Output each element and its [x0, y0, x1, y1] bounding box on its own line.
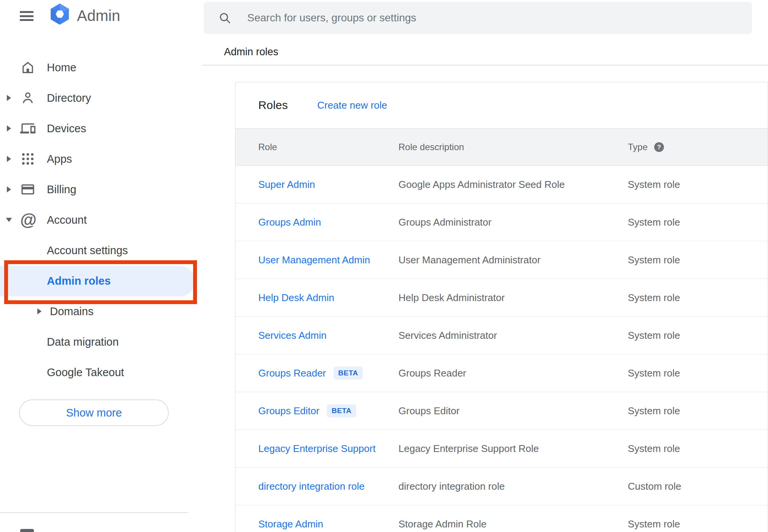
hamburger-menu-icon[interactable] — [20, 11, 34, 21]
role-link[interactable]: Groups Admin — [258, 216, 321, 228]
sidebar-divider — [0, 512, 188, 513]
sidebar-item-label: Billing — [47, 183, 76, 196]
sidebar-item-admin-roles[interactable]: Admin roles — [0, 266, 202, 296]
role-description: Google Apps Administrator Seed Role — [398, 179, 628, 191]
role-type: Custom role — [628, 481, 768, 492]
role-description: Storage Admin Role — [398, 518, 628, 530]
role-description: Legacy Enterprise Support Role — [398, 443, 628, 455]
column-role: Role — [258, 142, 398, 152]
sidebar-item-directory[interactable]: Directory — [0, 83, 202, 113]
role-link[interactable]: Help Desk Admin — [258, 292, 334, 304]
role-link[interactable]: Groups Editor — [258, 405, 319, 417]
expand-arrow-icon[interactable] — [37, 308, 42, 314]
sidebar-item-label: Directory — [47, 92, 91, 104]
table-row: Storage Admin Storage Admin Role System … — [235, 505, 768, 532]
table-row: Help Desk Admin Help Desk Administrator … — [235, 279, 768, 317]
sidebar: Admin Home Directory — [0, 0, 202, 532]
breadcrumb: Admin roles — [224, 46, 278, 58]
table-column-header: Role Role description Type ? — [235, 128, 768, 166]
table-row: Groups Admin Groups Administrator System… — [235, 204, 768, 241]
card-header: Roles Create new role — [235, 82, 768, 128]
column-type: Type — [628, 142, 648, 152]
sidebar-item-billing[interactable]: Billing — [0, 174, 202, 205]
role-link[interactable]: Legacy Enterprise Support — [258, 443, 376, 455]
role-description: Services Administrator — [398, 330, 628, 341]
role-link[interactable]: Storage Admin — [258, 518, 323, 530]
role-description: Help Desk Administrator — [398, 292, 628, 304]
role-description: User Management Administrator — [398, 254, 628, 266]
sidebar-item-label: Admin roles — [47, 275, 111, 287]
sidebar-item-data-migration[interactable]: Data migration — [0, 327, 202, 357]
person-icon — [20, 90, 35, 106]
sidebar-item-apps[interactable]: Apps — [0, 144, 202, 174]
table-row: Groups Editor BETA Groups Editor System … — [235, 392, 768, 430]
expand-arrow-icon[interactable] — [7, 95, 11, 101]
credit-card-icon — [20, 182, 35, 197]
clipped-sidebar-icon — [20, 529, 34, 532]
table-row: Groups Reader BETA Groups Reader System … — [235, 354, 768, 392]
table-row: Services Admin Services Administrator Sy… — [235, 317, 768, 354]
expand-arrow-icon[interactable] — [7, 156, 11, 162]
sidebar-item-label: Domains — [50, 305, 93, 318]
sidebar-item-label: Data migration — [47, 336, 119, 348]
sidebar-item-label: Devices — [47, 122, 86, 135]
expand-arrow-icon[interactable] — [7, 186, 11, 192]
sidebar-item-label: Apps — [47, 153, 72, 165]
search-bar[interactable] — [204, 2, 752, 34]
sidebar-item-devices[interactable]: Devices — [0, 113, 202, 144]
sidebar-item-home[interactable]: Home — [0, 52, 202, 83]
home-icon — [20, 60, 35, 75]
card-title: Roles — [258, 99, 288, 112]
role-description: Groups Administrator — [398, 216, 628, 228]
column-role-description: Role description — [398, 142, 628, 152]
sidebar-item-google-takeout[interactable]: Google Takeout — [0, 357, 202, 388]
beta-badge: BETA — [334, 367, 363, 380]
help-icon[interactable]: ? — [654, 142, 664, 152]
role-description: Groups Reader — [398, 367, 628, 379]
role-description: Groups Editor — [398, 405, 628, 417]
role-link[interactable]: User Management Admin — [258, 254, 370, 266]
search-input[interactable] — [246, 11, 752, 24]
sidebar-nav: Home Directory Devices — [0, 52, 202, 388]
table-row: Legacy Enterprise Support Legacy Enterpr… — [235, 430, 768, 468]
role-type: System role — [628, 179, 768, 191]
collapse-arrow-icon[interactable] — [6, 218, 12, 222]
sidebar-item-label: Account — [47, 214, 87, 226]
sidebar-item-label: Google Takeout — [47, 366, 124, 379]
app-title: Admin — [77, 7, 120, 24]
show-more-button[interactable]: Show more — [19, 399, 169, 426]
admin-logo-icon — [48, 2, 72, 26]
role-link[interactable]: Super Admin — [258, 179, 315, 191]
search-icon — [218, 11, 231, 24]
sidebar-item-account[interactable]: @ Account — [0, 205, 202, 235]
role-type: System role — [628, 216, 768, 228]
devices-icon — [20, 121, 35, 136]
table-row: Super Admin Google Apps Administrator Se… — [235, 166, 768, 204]
role-type: System role — [628, 254, 768, 266]
role-type: System role — [628, 443, 768, 455]
table-row: User Management Admin User Management Ad… — [235, 241, 768, 279]
roles-card: Roles Create new role Role Role descript… — [235, 82, 768, 532]
svg-text:?: ? — [657, 143, 661, 150]
sidebar-item-label: Account settings — [47, 244, 128, 257]
role-link[interactable]: directory integration role — [258, 481, 365, 492]
role-type: System role — [628, 518, 768, 530]
beta-badge: BETA — [327, 404, 356, 417]
sidebar-item-domains[interactable]: Domains — [0, 296, 202, 327]
at-sign-icon: @ — [20, 212, 35, 228]
role-description: directory integration role — [398, 481, 628, 492]
apps-grid-icon — [20, 151, 35, 167]
role-type: System role — [628, 330, 768, 341]
role-link[interactable]: Services Admin — [258, 330, 326, 341]
expand-arrow-icon[interactable] — [7, 125, 11, 131]
header-divider — [202, 65, 768, 66]
table-row: directory integration role directory int… — [235, 468, 768, 505]
role-type: System role — [628, 367, 768, 379]
role-type: System role — [628, 292, 768, 304]
sidebar-item-label: Home — [47, 61, 76, 74]
role-link[interactable]: Groups Reader — [258, 367, 326, 379]
role-type: System role — [628, 405, 768, 417]
sidebar-item-account-settings[interactable]: Account settings — [0, 235, 202, 266]
create-new-role-link[interactable]: Create new role — [317, 99, 387, 111]
